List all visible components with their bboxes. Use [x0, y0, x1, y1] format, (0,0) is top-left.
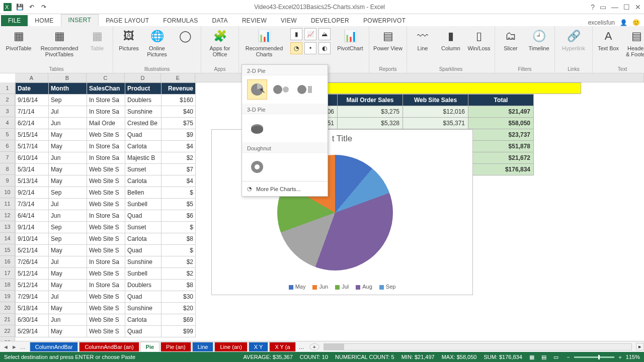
status-message: Select destination and press ENTER or ch…	[4, 354, 135, 360]
tab-review[interactable]: REVIEW	[235, 15, 274, 26]
minimize-icon[interactable]: —	[611, 3, 618, 11]
shapes-button[interactable]: ◯	[174, 28, 197, 44]
sheet-tab-bar: ◄►… ColumnAndBarColumnAndBar (an)PiePie …	[0, 341, 644, 352]
group-filters-label: Filters	[518, 66, 531, 72]
status-average: AVERAGE: $35,367	[244, 354, 293, 360]
chart-type-grid[interactable]: ▮📈⛰ ◔•◐	[290, 28, 331, 54]
view-normal-icon[interactable]: ▦	[529, 354, 534, 360]
table-button[interactable]: ▦Table	[86, 28, 109, 51]
group-tables-label: Tables	[49, 66, 64, 72]
view-layout-icon[interactable]: ▤	[541, 354, 546, 360]
data-table[interactable]: DateMonthSalesChanProductRevenue9/16/14S…	[15, 82, 196, 337]
bar-of-pie-option[interactable]	[295, 79, 315, 100]
pictures-button[interactable]: 🖼Pictures	[117, 28, 140, 51]
tab-page-layout[interactable]: PAGE LAYOUT	[99, 15, 156, 26]
status-numcount: NUMERICAL COUNT: 5	[335, 354, 394, 360]
sheet-nav-more[interactable]: …	[20, 344, 26, 350]
group-text-label: Text	[618, 66, 627, 72]
sheet-nav-prev[interactable]: ◄	[3, 344, 9, 350]
sheet-tab-columnandbar[interactable]: ColumnAndBar	[30, 342, 78, 351]
column-headers[interactable]: ABCDE	[15, 73, 644, 82]
zoom-value: 115%	[626, 354, 640, 360]
svg-point-10	[255, 164, 260, 169]
online-pictures-button[interactable]: 🌐Online Pictures	[145, 28, 169, 57]
group-apps-label: Apps	[214, 66, 226, 72]
close-icon[interactable]: ✕	[635, 3, 641, 11]
recommended-charts-button[interactable]: 📊Recommended Charts	[243, 28, 285, 57]
group-links-label: Links	[568, 66, 579, 72]
excel-icon: X	[3, 3, 12, 12]
sheet-tab-pie[interactable]: Pie	[140, 342, 160, 351]
tab-file[interactable]: FILE	[1, 15, 28, 26]
svg-rect-6	[308, 86, 312, 93]
svg-point-8	[251, 126, 263, 134]
timeline-button[interactable]: 🕘Timeline	[527, 28, 550, 51]
tab-developer[interactable]: DEVELOPER	[304, 15, 356, 26]
sparkline-winloss-button[interactable]: ▯Win/Loss	[467, 28, 491, 51]
horizontal-scrollbar[interactable]	[324, 343, 632, 350]
view-break-icon[interactable]: ▭	[553, 354, 558, 360]
sparkline-column-button[interactable]: ▮Column	[439, 28, 462, 51]
group-sparklines-label: Sparklines	[439, 66, 463, 72]
mouse-cursor-icon: ↖	[260, 86, 266, 95]
row-headers[interactable]: 1234567891011121314151617181920212223	[0, 82, 15, 341]
tab-view[interactable]: VIEW	[274, 15, 304, 26]
group-reports-label: Reports	[379, 66, 396, 72]
ribbon-tabs: FILE HOME INSERT PAGE LAYOUT FORMULAS DA…	[0, 14, 644, 26]
pie-3d-option[interactable]	[247, 118, 267, 138]
sheet-overflow[interactable]: …	[296, 344, 307, 350]
sheet-nav-next[interactable]: ►	[12, 344, 17, 350]
scroll-right[interactable]: ▸	[636, 343, 644, 350]
pivottable-button[interactable]: ▦PivotTable	[4, 28, 33, 51]
sheet-tab-pie-an-[interactable]: Pie (an)	[160, 342, 191, 351]
apps-button[interactable]: 🧩Apps for Office	[205, 28, 234, 57]
svg-point-4	[283, 86, 289, 93]
scatter-chart-icon: •	[304, 42, 316, 54]
undo-icon[interactable]: ↶	[27, 3, 36, 12]
status-sum: SUM: $176,834	[484, 354, 522, 360]
tab-home[interactable]: HOME	[28, 15, 60, 26]
hyperlink-button[interactable]: 🔗Hyperlink	[559, 28, 588, 51]
help-icon[interactable]: ?	[591, 3, 595, 11]
smiley-icon[interactable]: 🙂	[632, 19, 640, 26]
area-chart-icon: ⛰	[318, 28, 331, 40]
pie-of-pie-option[interactable]	[271, 79, 291, 100]
powerview-button[interactable]: ▤Power View	[373, 28, 403, 51]
svg-point-3	[273, 85, 282, 94]
maximize-icon[interactable]: ☐	[623, 3, 630, 11]
section-3d-pie: 3-D Pie	[242, 104, 328, 114]
save-icon[interactable]: 💾	[15, 3, 24, 12]
sparkline-line-button[interactable]: 〰Line	[411, 28, 434, 51]
new-sheet-button[interactable]: +	[309, 343, 319, 350]
section-2d-pie: 2-D Pie	[242, 65, 328, 75]
ribbon-options-icon[interactable]: ▭	[600, 3, 606, 11]
sheet-tab-x-y-a[interactable]: X Y (a	[269, 342, 295, 351]
recommended-pivottables-button[interactable]: ▦Recommended PivotTables	[38, 28, 80, 57]
zoom-slider[interactable]: －＋115%	[566, 353, 640, 361]
pivotchart-button[interactable]: 📊PivotChart	[336, 28, 365, 51]
status-max: MAX: $58,050	[442, 354, 477, 360]
window-title: Video43-Excel2013Basics25-Charts.xlsm - …	[48, 4, 591, 11]
sheet-tab-line-an-[interactable]: Line (an)	[214, 342, 247, 351]
chart-legend[interactable]: MayJunJulAugSep	[212, 284, 472, 290]
user-avatar-icon[interactable]: 👤	[620, 19, 627, 26]
sheet-tab-x-y[interactable]: X Y	[249, 342, 269, 351]
tab-insert[interactable]: INSERT	[61, 14, 99, 26]
header-footer-button[interactable]: ▤Header & Footer	[625, 28, 644, 57]
pie-chart-icon: ◔	[290, 42, 302, 54]
tab-formulas[interactable]: FORMULAS	[156, 15, 205, 26]
status-min: MIN: $21,497	[401, 354, 435, 360]
line-chart-icon: 📈	[304, 28, 316, 40]
slicer-button[interactable]: 🗂Slicer	[499, 28, 522, 51]
tab-powerpivot[interactable]: POWERPIVOT	[356, 15, 413, 26]
tab-data[interactable]: DATA	[205, 15, 234, 26]
more-pie-charts[interactable]: ◔More Pie Charts...	[242, 181, 328, 196]
redo-icon[interactable]: ↷	[39, 3, 48, 12]
other-chart-icon: ◐	[318, 42, 331, 54]
user-name[interactable]: excelisfun	[588, 19, 615, 26]
svg-text:X: X	[5, 4, 9, 10]
sheet-tab-line[interactable]: Line	[192, 342, 214, 351]
textbox-button[interactable]: AText Box	[597, 28, 620, 51]
doughnut-option[interactable]	[247, 157, 267, 177]
sheet-tab-columnandbar-an-[interactable]: ColumnAndBar (an)	[79, 342, 139, 351]
